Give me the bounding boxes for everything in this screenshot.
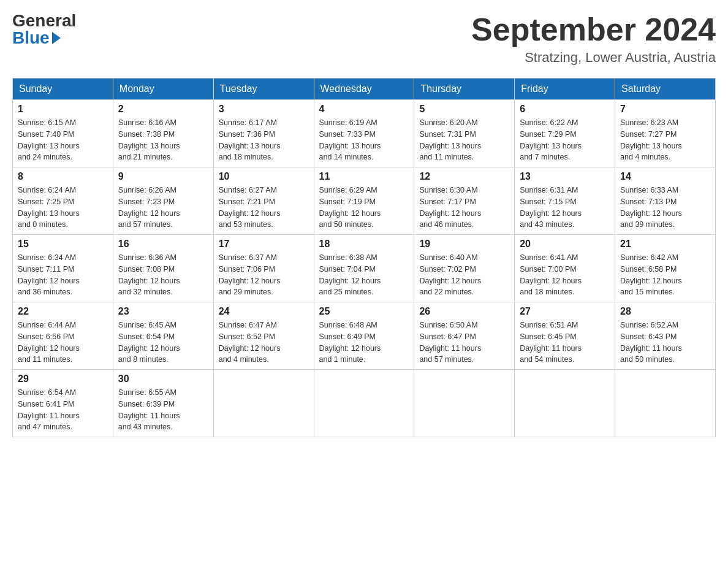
day-info: Sunrise: 6:51 AMSunset: 6:45 PMDaylight:… <box>520 320 610 366</box>
calendar-cell <box>314 370 414 437</box>
day-info: Sunrise: 6:34 AMSunset: 7:11 PMDaylight:… <box>18 252 108 298</box>
week-row-5: 29 Sunrise: 6:54 AMSunset: 6:41 PMDaylig… <box>13 370 716 437</box>
day-number: 29 <box>18 373 108 385</box>
day-number: 21 <box>620 239 710 250</box>
logo-triangle-icon <box>52 32 61 44</box>
day-info: Sunrise: 6:54 AMSunset: 6:41 PMDaylight:… <box>18 387 108 433</box>
day-number: 10 <box>219 171 309 182</box>
day-number: 9 <box>118 171 208 182</box>
header-thursday: Thursday <box>414 79 515 100</box>
header-monday: Monday <box>113 79 213 100</box>
day-info: Sunrise: 6:45 AMSunset: 6:54 PMDaylight:… <box>118 320 208 366</box>
day-info: Sunrise: 6:52 AMSunset: 6:43 PMDaylight:… <box>620 320 710 366</box>
calendar-cell: 19 Sunrise: 6:40 AMSunset: 7:02 PMDaylig… <box>414 235 515 302</box>
day-info: Sunrise: 6:16 AMSunset: 7:38 PMDaylight:… <box>118 117 208 163</box>
header-tuesday: Tuesday <box>213 79 314 100</box>
day-info: Sunrise: 6:48 AMSunset: 6:49 PMDaylight:… <box>319 320 409 366</box>
calendar-cell: 25 Sunrise: 6:48 AMSunset: 6:49 PMDaylig… <box>314 302 414 370</box>
calendar-cell: 7 Sunrise: 6:23 AMSunset: 7:27 PMDayligh… <box>615 100 716 167</box>
calendar-cell <box>515 370 615 437</box>
day-number: 26 <box>419 306 509 317</box>
day-number: 16 <box>118 239 208 250</box>
header-friday: Friday <box>515 79 615 100</box>
day-number: 22 <box>18 306 108 317</box>
day-info: Sunrise: 6:30 AMSunset: 7:17 PMDaylight:… <box>419 185 509 231</box>
week-row-3: 15 Sunrise: 6:34 AMSunset: 7:11 PMDaylig… <box>13 235 716 302</box>
day-info: Sunrise: 6:42 AMSunset: 6:58 PMDaylight:… <box>620 252 710 298</box>
day-number: 14 <box>620 171 710 182</box>
day-number: 5 <box>419 104 509 115</box>
logo-general-text: General <box>12 12 76 29</box>
calendar-cell: 20 Sunrise: 6:41 AMSunset: 7:00 PMDaylig… <box>515 235 615 302</box>
calendar-cell: 15 Sunrise: 6:34 AMSunset: 7:11 PMDaylig… <box>13 235 113 302</box>
calendar-cell: 3 Sunrise: 6:17 AMSunset: 7:36 PMDayligh… <box>213 100 314 167</box>
calendar-cell: 18 Sunrise: 6:38 AMSunset: 7:04 PMDaylig… <box>314 235 414 302</box>
calendar-cell: 28 Sunrise: 6:52 AMSunset: 6:43 PMDaylig… <box>615 302 716 370</box>
week-row-4: 22 Sunrise: 6:44 AMSunset: 6:56 PMDaylig… <box>13 302 716 370</box>
calendar-cell: 9 Sunrise: 6:26 AMSunset: 7:23 PMDayligh… <box>113 167 213 235</box>
day-number: 28 <box>620 306 710 317</box>
day-info: Sunrise: 6:17 AMSunset: 7:36 PMDaylight:… <box>219 117 309 163</box>
calendar-cell: 6 Sunrise: 6:22 AMSunset: 7:29 PMDayligh… <box>515 100 615 167</box>
day-number: 3 <box>219 104 309 115</box>
day-number: 7 <box>620 104 710 115</box>
calendar-cell: 21 Sunrise: 6:42 AMSunset: 6:58 PMDaylig… <box>615 235 716 302</box>
calendar-cell <box>213 370 314 437</box>
day-number: 15 <box>18 239 108 250</box>
day-number: 23 <box>118 306 208 317</box>
day-number: 19 <box>419 239 509 250</box>
calendar-cell: 23 Sunrise: 6:45 AMSunset: 6:54 PMDaylig… <box>113 302 213 370</box>
calendar-cell: 17 Sunrise: 6:37 AMSunset: 7:06 PMDaylig… <box>213 235 314 302</box>
day-number: 25 <box>319 306 409 317</box>
day-number: 4 <box>319 104 409 115</box>
day-number: 1 <box>18 104 108 115</box>
day-info: Sunrise: 6:22 AMSunset: 7:29 PMDaylight:… <box>520 117 610 163</box>
calendar-cell: 12 Sunrise: 6:30 AMSunset: 7:17 PMDaylig… <box>414 167 515 235</box>
calendar-cell <box>414 370 515 437</box>
day-number: 2 <box>118 104 208 115</box>
calendar-cell: 14 Sunrise: 6:33 AMSunset: 7:13 PMDaylig… <box>615 167 716 235</box>
day-info: Sunrise: 6:36 AMSunset: 7:08 PMDaylight:… <box>118 252 208 298</box>
day-number: 17 <box>219 239 309 250</box>
day-info: Sunrise: 6:33 AMSunset: 7:13 PMDaylight:… <box>620 185 710 231</box>
week-row-1: 1 Sunrise: 6:15 AMSunset: 7:40 PMDayligh… <box>13 100 716 167</box>
day-info: Sunrise: 6:26 AMSunset: 7:23 PMDaylight:… <box>118 185 208 231</box>
day-info: Sunrise: 6:23 AMSunset: 7:27 PMDaylight:… <box>620 117 710 163</box>
calendar-cell: 5 Sunrise: 6:20 AMSunset: 7:31 PMDayligh… <box>414 100 515 167</box>
calendar-cell: 1 Sunrise: 6:15 AMSunset: 7:40 PMDayligh… <box>13 100 113 167</box>
calendar-cell <box>615 370 716 437</box>
calendar-cell: 30 Sunrise: 6:55 AMSunset: 6:39 PMDaylig… <box>113 370 213 437</box>
calendar-cell: 22 Sunrise: 6:44 AMSunset: 6:56 PMDaylig… <box>13 302 113 370</box>
day-info: Sunrise: 6:47 AMSunset: 6:52 PMDaylight:… <box>219 320 309 366</box>
calendar-cell: 29 Sunrise: 6:54 AMSunset: 6:41 PMDaylig… <box>13 370 113 437</box>
calendar-cell: 2 Sunrise: 6:16 AMSunset: 7:38 PMDayligh… <box>113 100 213 167</box>
day-number: 6 <box>520 104 610 115</box>
calendar-cell: 8 Sunrise: 6:24 AMSunset: 7:25 PMDayligh… <box>13 167 113 235</box>
page-header: General Blue September 2024 Stratzing, L… <box>12 12 716 66</box>
day-info: Sunrise: 6:24 AMSunset: 7:25 PMDaylight:… <box>18 185 108 231</box>
day-info: Sunrise: 6:31 AMSunset: 7:15 PMDaylight:… <box>520 185 610 231</box>
calendar-cell: 11 Sunrise: 6:29 AMSunset: 7:19 PMDaylig… <box>314 167 414 235</box>
calendar-table: Sunday Monday Tuesday Wednesday Thursday… <box>12 78 716 437</box>
day-info: Sunrise: 6:50 AMSunset: 6:47 PMDaylight:… <box>419 320 509 366</box>
header-sunday: Sunday <box>13 79 113 100</box>
day-number: 8 <box>18 171 108 182</box>
day-number: 27 <box>520 306 610 317</box>
day-number: 20 <box>520 239 610 250</box>
week-row-2: 8 Sunrise: 6:24 AMSunset: 7:25 PMDayligh… <box>13 167 716 235</box>
calendar-cell: 26 Sunrise: 6:50 AMSunset: 6:47 PMDaylig… <box>414 302 515 370</box>
day-info: Sunrise: 6:55 AMSunset: 6:39 PMDaylight:… <box>118 387 208 433</box>
calendar-header-row: Sunday Monday Tuesday Wednesday Thursday… <box>13 79 716 100</box>
title-section: September 2024 Stratzing, Lower Austria,… <box>471 12 716 66</box>
day-number: 12 <box>419 171 509 182</box>
calendar-cell: 13 Sunrise: 6:31 AMSunset: 7:15 PMDaylig… <box>515 167 615 235</box>
day-info: Sunrise: 6:29 AMSunset: 7:19 PMDaylight:… <box>319 185 409 231</box>
day-info: Sunrise: 6:41 AMSunset: 7:00 PMDaylight:… <box>520 252 610 298</box>
day-info: Sunrise: 6:37 AMSunset: 7:06 PMDaylight:… <box>219 252 309 298</box>
day-info: Sunrise: 6:27 AMSunset: 7:21 PMDaylight:… <box>219 185 309 231</box>
month-title: September 2024 <box>471 12 716 47</box>
day-info: Sunrise: 6:38 AMSunset: 7:04 PMDaylight:… <box>319 252 409 298</box>
day-info: Sunrise: 6:40 AMSunset: 7:02 PMDaylight:… <box>419 252 509 298</box>
logo-blue-text: Blue <box>12 29 61 47</box>
calendar-cell: 27 Sunrise: 6:51 AMSunset: 6:45 PMDaylig… <box>515 302 615 370</box>
